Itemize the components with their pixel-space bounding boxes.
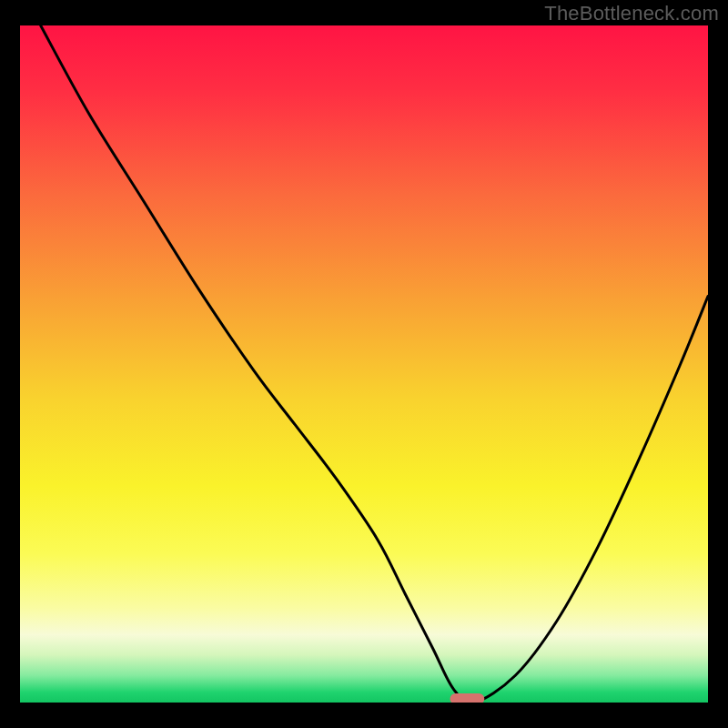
chart-svg xyxy=(20,25,708,703)
plot-area xyxy=(20,25,708,703)
gradient-rect xyxy=(20,25,708,703)
optimal-marker xyxy=(450,693,485,703)
watermark-text: TheBottleneck.com xyxy=(544,2,719,25)
chart-frame: TheBottleneck.com xyxy=(0,0,728,728)
